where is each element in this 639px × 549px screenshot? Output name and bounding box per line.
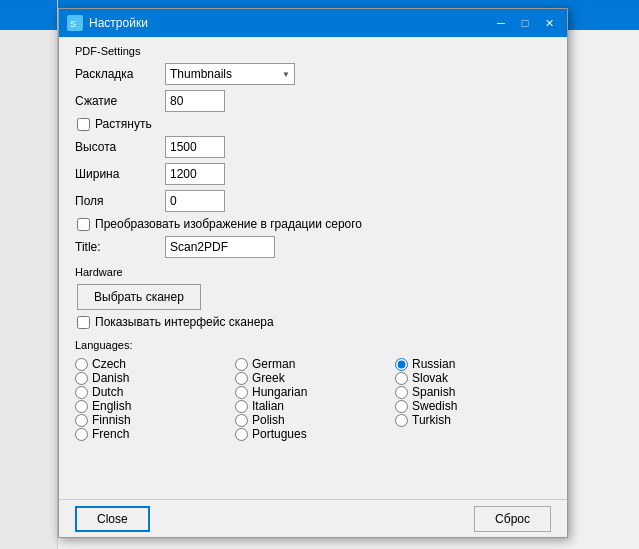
lang-slovak-row: Slovak xyxy=(395,371,551,385)
lang-slovak-radio[interactable] xyxy=(395,372,408,385)
lang-portugues-label: Portugues xyxy=(252,427,307,441)
width-input[interactable] xyxy=(165,163,225,185)
lang-english-row: English xyxy=(75,399,231,413)
maximize-button[interactable]: □ xyxy=(515,14,535,32)
lang-turkish-row: Turkish xyxy=(395,413,551,427)
dropdown-arrow-icon: ▼ xyxy=(282,70,290,79)
reset-button[interactable]: Сброс xyxy=(474,506,551,532)
show-interface-row: Показывать интерфейс сканера xyxy=(77,315,551,329)
dialog-title-left: S Настройки xyxy=(67,15,148,31)
hardware-section: Hardware Выбрать сканер Показывать интер… xyxy=(75,266,551,329)
dialog-content: PDF-Settings Раскладка Thumbnails ▼ Сжат… xyxy=(59,37,567,537)
dialog-window-controls: ─ □ ✕ xyxy=(491,14,559,32)
lang-polish-radio[interactable] xyxy=(235,414,248,427)
dialog-icon: S xyxy=(67,15,83,31)
stretch-checkbox[interactable] xyxy=(77,118,90,131)
stretch-label: Растянуть xyxy=(95,117,152,131)
lang-portugues-radio[interactable] xyxy=(235,428,248,441)
minimize-button[interactable]: ─ xyxy=(491,14,511,32)
lang-col-1: Czech Danish Dutch English xyxy=(75,357,231,441)
side-panel xyxy=(0,0,58,549)
layout-dropdown[interactable]: Thumbnails ▼ xyxy=(165,63,295,85)
languages-title: Languages: xyxy=(75,339,551,351)
lang-italian-radio[interactable] xyxy=(235,400,248,413)
lang-german-row: German xyxy=(235,357,391,371)
title-label: Title: xyxy=(75,240,165,254)
lang-french-row: French xyxy=(75,427,231,441)
lang-greek-radio[interactable] xyxy=(235,372,248,385)
lang-english-label: English xyxy=(92,399,131,413)
lang-spanish-row: Spanish xyxy=(395,385,551,399)
height-row: Высота xyxy=(75,136,551,158)
lang-dutch-label: Dutch xyxy=(92,385,123,399)
title-row: Title: xyxy=(75,236,551,258)
dialog-title: Настройки xyxy=(89,16,148,30)
pdf-settings-section: PDF-Settings Раскладка Thumbnails ▼ Сжат… xyxy=(75,45,551,258)
lang-dutch-row: Dutch xyxy=(75,385,231,399)
width-row: Ширина xyxy=(75,163,551,185)
side-panel-titlebar xyxy=(0,0,57,30)
lang-czech-radio[interactable] xyxy=(75,358,88,371)
layout-row: Раскладка Thumbnails ▼ xyxy=(75,63,551,85)
compression-label: Сжатие xyxy=(75,94,165,108)
lang-swedish-radio[interactable] xyxy=(395,400,408,413)
svg-text:S: S xyxy=(70,19,76,29)
languages-section: Languages: Czech Danish Dutch xyxy=(75,339,551,441)
select-scanner-button[interactable]: Выбрать сканер xyxy=(77,284,201,310)
lang-hungarian-row: Hungarian xyxy=(235,385,391,399)
title-input[interactable] xyxy=(165,236,275,258)
settings-dialog: S Настройки ─ □ ✕ PDF-Settings Раскладка… xyxy=(58,8,568,538)
lang-italian-row: Italian xyxy=(235,399,391,413)
lang-swedish-label: Swedish xyxy=(412,399,457,413)
lang-spanish-label: Spanish xyxy=(412,385,455,399)
lang-german-label: German xyxy=(252,357,295,371)
show-interface-checkbox[interactable] xyxy=(77,316,90,329)
show-interface-label: Показывать интерфейс сканера xyxy=(95,315,274,329)
fields-row: Поля xyxy=(75,190,551,212)
grayscale-label: Преобразовать изображение в градации сер… xyxy=(95,217,362,231)
fields-input[interactable] xyxy=(165,190,225,212)
compression-input[interactable] xyxy=(165,90,225,112)
lang-finnish-radio[interactable] xyxy=(75,414,88,427)
lang-polish-label: Polish xyxy=(252,413,285,427)
stretch-row: Растянуть xyxy=(77,117,551,131)
lang-czech-row: Czech xyxy=(75,357,231,371)
lang-danish-row: Danish xyxy=(75,371,231,385)
lang-dutch-radio[interactable] xyxy=(75,386,88,399)
lang-russian-radio[interactable] xyxy=(395,358,408,371)
lang-german-radio[interactable] xyxy=(235,358,248,371)
lang-french-radio[interactable] xyxy=(75,428,88,441)
lang-polish-row: Polish xyxy=(235,413,391,427)
dialog-footer: Close Сброс xyxy=(59,499,567,537)
lang-portugues-row: Portugues xyxy=(235,427,391,441)
pdf-settings-title: PDF-Settings xyxy=(75,45,551,57)
height-input[interactable] xyxy=(165,136,225,158)
lang-czech-label: Czech xyxy=(92,357,126,371)
lang-hungarian-radio[interactable] xyxy=(235,386,248,399)
lang-finnish-row: Finnish xyxy=(75,413,231,427)
hardware-title: Hardware xyxy=(75,266,551,278)
select-scanner-row: Выбрать сканер xyxy=(77,284,551,310)
lang-col-3: Russian Slovak Spanish Swedish xyxy=(395,357,551,441)
fields-label: Поля xyxy=(75,194,165,208)
lang-finnish-label: Finnish xyxy=(92,413,131,427)
close-dialog-button[interactable]: Close xyxy=(75,506,150,532)
lang-greek-label: Greek xyxy=(252,371,285,385)
lang-turkish-radio[interactable] xyxy=(395,414,408,427)
lang-english-radio[interactable] xyxy=(75,400,88,413)
compression-row: Сжатие xyxy=(75,90,551,112)
lang-italian-label: Italian xyxy=(252,399,284,413)
lang-danish-radio[interactable] xyxy=(75,372,88,385)
width-label: Ширина xyxy=(75,167,165,181)
lang-russian-label: Russian xyxy=(412,357,455,371)
lang-swedish-row: Swedish xyxy=(395,399,551,413)
grayscale-checkbox[interactable] xyxy=(77,218,90,231)
layout-value: Thumbnails xyxy=(170,67,232,81)
dialog-titlebar: S Настройки ─ □ ✕ xyxy=(59,9,567,37)
grayscale-row: Преобразовать изображение в градации сер… xyxy=(77,217,551,231)
lang-danish-label: Danish xyxy=(92,371,129,385)
lang-spanish-radio[interactable] xyxy=(395,386,408,399)
close-button-titlebar[interactable]: ✕ xyxy=(539,14,559,32)
lang-hungarian-label: Hungarian xyxy=(252,385,307,399)
lang-french-label: French xyxy=(92,427,129,441)
